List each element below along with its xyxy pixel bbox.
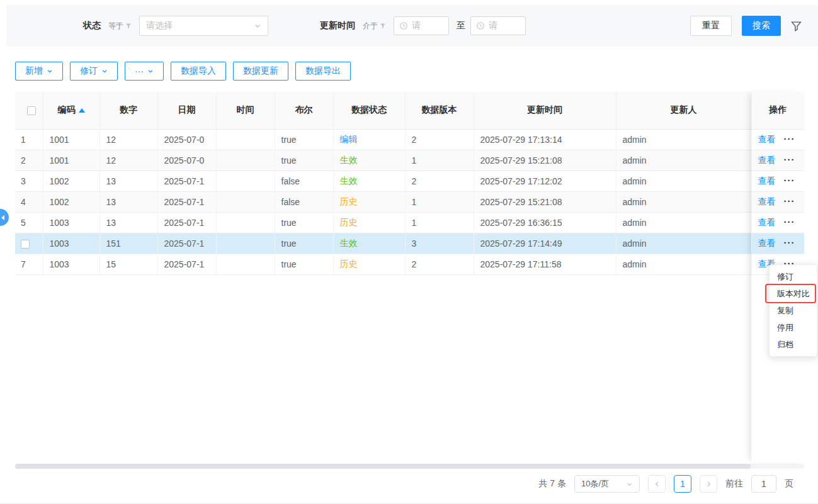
scrollbar-thumb[interactable] <box>15 464 751 469</box>
toolbar-button-label: 数据导出 <box>305 65 341 77</box>
context-menu-item[interactable]: 修订 <box>770 268 817 285</box>
cell-date: 2025-07-1 <box>157 254 216 274</box>
column-header-updated-at: 更新时间 <box>474 92 616 129</box>
cell-bool: true <box>275 233 333 254</box>
page-size-value: 10条/页 <box>581 478 609 490</box>
context-menu-item[interactable]: 复制 <box>770 302 817 319</box>
status-operator[interactable]: 等于 <box>108 21 132 31</box>
filter-bar: 状态 等于 请选择 更新时间 介于 请 至 <box>6 5 818 47</box>
goto-page-input[interactable] <box>751 475 776 493</box>
toolbar-button[interactable]: ··· <box>125 62 164 81</box>
more-actions-icon[interactable]: ··· <box>784 154 795 165</box>
column-header-code[interactable]: 编码 <box>43 92 99 129</box>
clock-icon <box>476 21 485 30</box>
chevron-down-icon <box>147 68 154 74</box>
cell-status: 生效 <box>333 171 405 191</box>
toolbar-button-label: 数据更新 <box>243 65 278 77</box>
toolbar-button[interactable]: 修订 <box>70 62 118 81</box>
more-actions-icon[interactable]: ··· <box>784 175 795 186</box>
cell-time <box>216 129 275 150</box>
cell-status: 历史 <box>333 254 405 274</box>
time-end-input[interactable]: 请 <box>470 16 526 35</box>
cell-code: 1001 <box>43 150 99 171</box>
page-size-select[interactable]: 10条/页 <box>574 475 640 493</box>
cell-code: 1002 <box>43 191 99 212</box>
cell-bool: true <box>275 150 333 171</box>
column-header-bool: 布尔 <box>275 92 333 129</box>
horizontal-scrollbar[interactable] <box>15 464 804 469</box>
cell-updated-by: admin <box>616 191 751 212</box>
cell-time <box>216 254 275 274</box>
cell-version: 2 <box>405 254 474 274</box>
advanced-filter-funnel-icon[interactable] <box>791 21 802 31</box>
chevron-down-icon <box>47 68 53 74</box>
sort-asc-icon <box>79 108 85 113</box>
status-text: 生效 <box>340 155 358 165</box>
more-actions-icon[interactable]: ··· <box>784 133 795 144</box>
time-operator[interactable]: 介于 <box>363 21 386 31</box>
view-link[interactable]: 查看 <box>758 238 776 248</box>
chevron-right-icon <box>705 481 712 488</box>
cell-status: 编辑 <box>333 129 405 150</box>
table-row[interactable]: 10031512025-07-1true生效32025-07-29 17:14:… <box>15 233 804 254</box>
cell-updated-at: 2025-07-29 16:36:15 <box>474 212 616 233</box>
page-number-current[interactable]: 1 <box>674 475 691 493</box>
cell-actions: 查看··· <box>751 129 804 150</box>
row-checkbox[interactable] <box>21 240 30 249</box>
table-body: 11001122025-07-0true编辑22025-07-29 17:13:… <box>15 129 804 274</box>
next-page-button[interactable] <box>700 475 717 493</box>
table-row[interactable]: 21001122025-07-0true生效12025-07-29 15:21:… <box>15 150 804 171</box>
more-actions-icon[interactable]: ··· <box>784 237 795 248</box>
row-checkbox-cell[interactable] <box>15 233 43 254</box>
table-row[interactable]: 11001122025-07-0true编辑22025-07-29 17:13:… <box>15 129 804 150</box>
toolbar-button-label: ··· <box>135 66 144 76</box>
cell-status: 历史 <box>333 191 405 212</box>
row-index-cell: 7 <box>15 254 43 274</box>
toolbar-button[interactable]: 数据更新 <box>233 62 288 81</box>
toolbar-button[interactable]: 新增 <box>15 62 63 81</box>
reset-button[interactable]: 重置 <box>690 16 732 36</box>
cell-version: 1 <box>405 212 474 233</box>
chevron-left-icon <box>654 481 661 488</box>
view-link[interactable]: 查看 <box>758 176 776 186</box>
context-menu-item[interactable]: 归档 <box>770 336 817 353</box>
table-row[interactable]: 71003152025-07-1true历史22025-07-29 17:11:… <box>15 254 804 274</box>
toolbar-button[interactable]: 数据导入 <box>171 62 226 81</box>
context-menu-item[interactable]: 版本对比 <box>770 285 817 302</box>
view-link[interactable]: 查看 <box>758 134 776 144</box>
cell-number: 15 <box>99 254 157 274</box>
row-index-cell: 2 <box>15 150 43 171</box>
table-row[interactable]: 31002132025-07-1false生效22025-07-29 17:12… <box>15 171 804 191</box>
table-row[interactable]: 51003132025-07-1true历史12025-07-29 16:36:… <box>15 212 804 233</box>
column-header-time: 时间 <box>216 92 275 129</box>
cell-date: 2025-07-0 <box>157 150 216 171</box>
select-all-checkbox[interactable] <box>27 106 36 115</box>
cell-bool: false <box>275 171 333 191</box>
prev-page-button[interactable] <box>648 475 666 493</box>
more-actions-icon[interactable]: ··· <box>784 196 795 206</box>
search-button[interactable]: 搜索 <box>742 16 781 36</box>
panel-collapse-handle[interactable] <box>0 209 9 226</box>
toolbar-button[interactable]: 数据导出 <box>295 62 351 81</box>
cell-code: 1002 <box>43 171 99 191</box>
context-menu-item[interactable]: 停用 <box>770 319 817 336</box>
status-text: 历史 <box>340 217 358 227</box>
cell-updated-by: admin <box>616 233 751 254</box>
table-row[interactable]: 41002132025-07-1false历史12025-07-29 15:21… <box>15 191 804 212</box>
cell-updated-by: admin <box>616 212 751 233</box>
clock-icon <box>399 21 408 30</box>
time-start-input[interactable]: 请 <box>394 16 449 35</box>
cell-time <box>216 171 275 191</box>
cell-code: 1003 <box>43 212 99 233</box>
cell-number: 12 <box>99 150 157 171</box>
select-all-header[interactable] <box>15 92 43 129</box>
status-select[interactable]: 请选择 <box>139 16 268 36</box>
view-link[interactable]: 查看 <box>758 217 776 227</box>
cell-date: 2025-07-1 <box>157 191 216 212</box>
cell-date: 2025-07-0 <box>157 129 216 150</box>
cell-code: 1003 <box>43 233 99 254</box>
cell-date: 2025-07-1 <box>157 212 216 233</box>
view-link[interactable]: 查看 <box>758 155 776 165</box>
view-link[interactable]: 查看 <box>758 196 776 206</box>
more-actions-icon[interactable]: ··· <box>784 216 795 227</box>
